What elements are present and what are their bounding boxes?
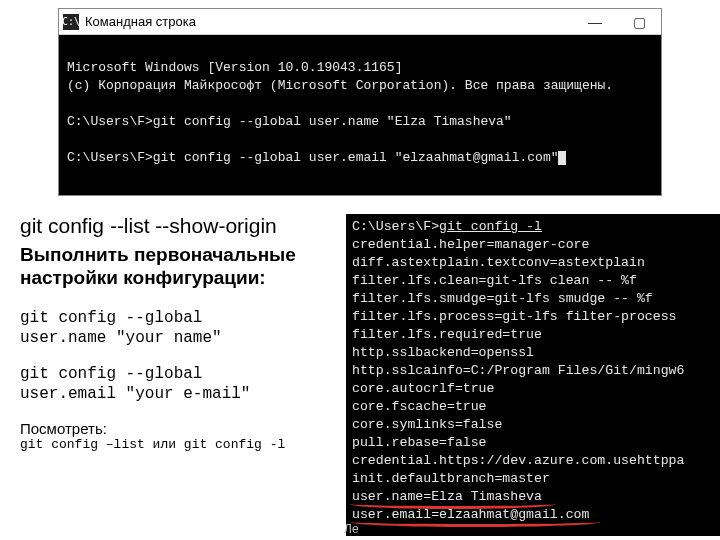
see-cmd: git config –list или git config -l: [20, 437, 330, 452]
subheading: Выполнить первоначальные настройки конфи…: [20, 244, 330, 290]
maximize-button[interactable]: ▢: [617, 9, 661, 35]
instructions-panel: git config --list --show-origin Выполнит…: [0, 214, 340, 536]
cmd-window: C:\ Командная строка — ▢ Microsoft Windo…: [58, 8, 662, 196]
term-line: C:\Users\F>git config --global user.name…: [67, 114, 512, 129]
config-line: filter.lfs.required=true: [352, 327, 542, 342]
terminal-config-list[interactable]: C:\Users\F>git config -l credential.help…: [346, 214, 720, 536]
config-line: credential.https://dev.azure.com.usehttp…: [352, 453, 684, 468]
config-line: filter.lfs.smudge=git-lfs smudge -- %f: [352, 291, 653, 306]
prompt: C:\Users\F>: [352, 219, 439, 234]
minimize-button[interactable]: —: [573, 9, 617, 35]
cmd-heading: git config --list --show-origin: [20, 214, 330, 238]
footer-fragment: Ле: [344, 522, 359, 536]
term-line: (c) Корпорация Майкрософт (Microsoft Cor…: [67, 78, 613, 93]
snippet-useremail: git config --global user.email "your e-m…: [20, 364, 330, 404]
window-title: Командная строка: [85, 14, 196, 29]
config-line: filter.lfs.clean=git-lfs clean -- %f: [352, 273, 637, 288]
lower-section: git config --list --show-origin Выполнит…: [0, 214, 720, 536]
typed-command: git config -l: [439, 219, 542, 234]
term-line: Microsoft Windows [Version 10.0.19043.11…: [67, 60, 402, 75]
config-line: core.autocrlf=true: [352, 381, 494, 396]
term-line: C:\Users\F>git config --global user.emai…: [67, 150, 558, 165]
config-line: init.defaultbranch=master: [352, 471, 550, 486]
red-underline-useremail: [350, 522, 600, 527]
cmd-icon: C:\: [63, 14, 79, 30]
config-line: http.sslcainfo=C:/Program Files/Git/ming…: [352, 363, 684, 378]
config-line-useremail: user.email=elzaahmat@gmail.com: [352, 507, 589, 522]
see-label: Посмотреть:: [20, 420, 330, 437]
config-line: filter.lfs.process=git-lfs filter-proces…: [352, 309, 676, 324]
config-line: pull.rebase=false: [352, 435, 487, 450]
titlebar: C:\ Командная строка — ▢: [59, 9, 661, 35]
terminal-top[interactable]: Microsoft Windows [Version 10.0.19043.11…: [59, 35, 661, 195]
cursor: [558, 151, 566, 165]
config-line: diff.astextplain.textconv=astextplain: [352, 255, 645, 270]
config-line: core.symlinks=false: [352, 417, 502, 432]
config-line-username: user.name=Elza Timasheva: [352, 489, 542, 504]
config-line: credential.helper=manager-core: [352, 237, 589, 252]
snippet-username: git config --global user.name "your name…: [20, 308, 330, 348]
config-list-panel: C:\Users\F>git config -l credential.help…: [346, 214, 720, 536]
config-line: http.sslbackend=openssl: [352, 345, 534, 360]
config-line: core.fscache=true: [352, 399, 487, 414]
